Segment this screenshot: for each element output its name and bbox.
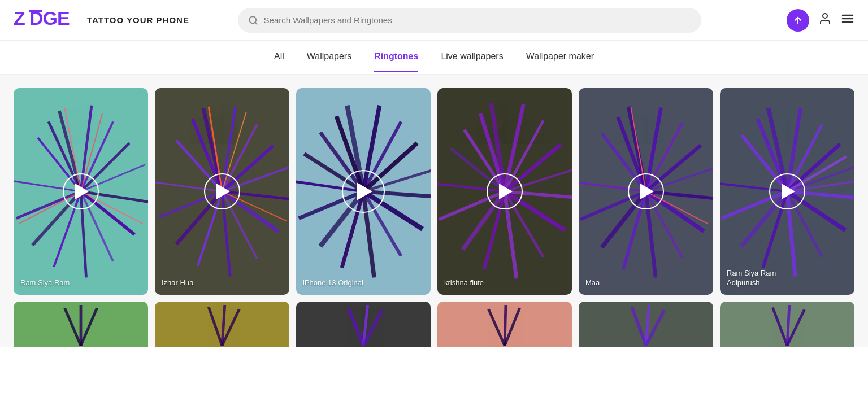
play-button-4[interactable] (487, 173, 523, 209)
play-button-1[interactable] (63, 173, 99, 209)
tagline: TATTOO YOUR PHONE (87, 15, 189, 25)
play-button-6[interactable] (769, 173, 805, 209)
play-triangle-6 (782, 184, 795, 199)
starburst-bottom-3 (296, 302, 431, 347)
tab-live-wallpapers[interactable]: Live wallpapers (441, 42, 503, 72)
svg-line-113 (64, 308, 81, 346)
play-triangle-3 (357, 182, 372, 200)
svg-line-122 (488, 309, 505, 346)
search-icon (248, 15, 258, 25)
content: Ram Siya Ram (0, 75, 868, 347)
play-button-2[interactable] (204, 173, 240, 209)
search-bar (238, 8, 701, 33)
svg-line-115 (81, 308, 97, 346)
svg-line-123 (505, 305, 506, 346)
play-triangle-5 (640, 184, 654, 199)
header-actions (787, 9, 854, 32)
svg-line-119 (348, 308, 363, 346)
card-12[interactable] (720, 302, 854, 347)
tab-wallpaper-maker[interactable]: Wallpaper maker (526, 42, 594, 72)
svg-line-4 (255, 22, 257, 24)
card-label-3: iPhone 13 Original (303, 278, 363, 288)
play-button-3[interactable] (342, 170, 385, 213)
starburst-bottom-1 (14, 302, 148, 347)
bottom-cards-grid (14, 302, 854, 347)
card-1[interactable]: Ram Siya Ram (14, 88, 148, 295)
header: Z DGE TATTOO YOUR PHONE (0, 0, 868, 41)
logo[interactable]: Z DGE (14, 7, 76, 33)
menu-icon (841, 12, 854, 25)
card-label-2: Izhar Hua (162, 278, 193, 288)
search-input[interactable] (264, 15, 691, 25)
svg-line-128 (772, 308, 787, 346)
nav-tabs: All Wallpapers Ringtones Live wallpapers… (0, 41, 868, 75)
card-11[interactable] (579, 302, 713, 347)
card-label-6: Ram Siya Ram Adipurush (727, 269, 776, 288)
logo-text: Z DGE (14, 7, 76, 33)
starburst-bottom-2 (155, 302, 289, 347)
card-label-5: Maa (585, 278, 600, 288)
user-icon-button[interactable] (818, 12, 832, 29)
svg-text:DGE: DGE (29, 7, 70, 29)
card-label-4: krishna flute (444, 278, 484, 288)
svg-point-6 (823, 14, 827, 18)
card-10[interactable] (437, 302, 572, 347)
svg-line-125 (632, 307, 646, 346)
card-6[interactable]: Ram Siya Ram Adipurush (720, 88, 854, 295)
card-8[interactable] (155, 302, 289, 347)
tab-wallpapers[interactable]: Wallpapers (307, 42, 351, 72)
svg-line-124 (505, 308, 520, 346)
play-triangle-4 (499, 184, 513, 199)
tab-all[interactable]: All (274, 42, 284, 72)
starburst-bottom-6 (720, 302, 854, 347)
play-button-5[interactable] (628, 173, 664, 209)
upload-button[interactable] (787, 9, 809, 32)
svg-text:Z: Z (14, 7, 25, 29)
starburst-bottom-5 (579, 302, 713, 347)
play-triangle-1 (75, 184, 89, 199)
play-triangle-2 (216, 184, 230, 199)
svg-line-116 (209, 307, 222, 346)
zedge-logo-svg: Z DGE (14, 7, 76, 29)
card-7[interactable] (14, 302, 148, 347)
card-label-1: Ram Siya Ram (20, 278, 70, 288)
card-9[interactable] (296, 302, 431, 347)
upload-icon (793, 15, 803, 25)
card-3[interactable]: iPhone 13 Original (296, 88, 431, 295)
card-2[interactable]: Izhar Hua (155, 88, 289, 295)
card-5[interactable]: Maa (579, 88, 713, 295)
user-icon (818, 12, 832, 25)
starburst-bottom-4 (437, 302, 572, 347)
card-4[interactable]: krishna flute (437, 88, 572, 295)
menu-button[interactable] (841, 12, 854, 29)
tab-ringtones[interactable]: Ringtones (374, 42, 418, 72)
cards-grid: Ram Siya Ram (14, 88, 854, 295)
